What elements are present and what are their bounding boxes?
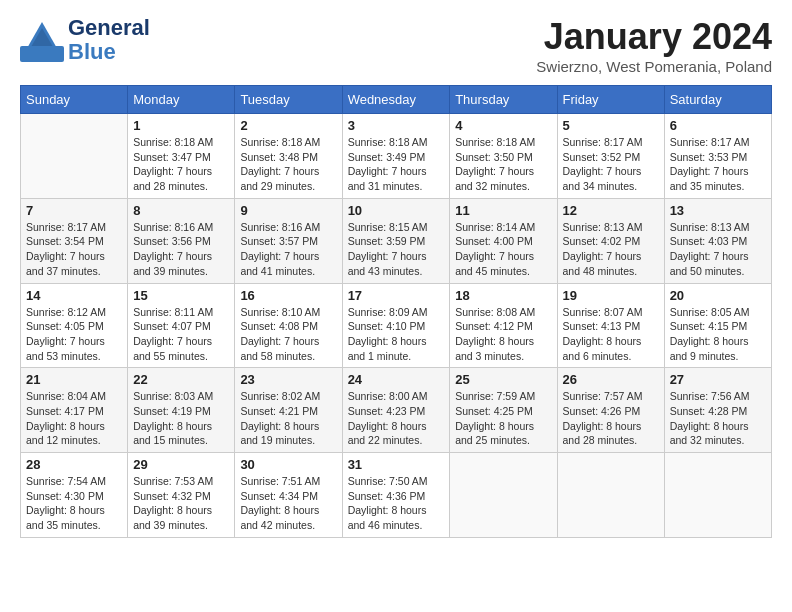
calendar-cell: 22Sunrise: 8:03 AMSunset: 4:19 PMDayligh…: [128, 368, 235, 453]
day-number: 17: [348, 288, 445, 303]
weekday-header-wednesday: Wednesday: [342, 86, 450, 114]
day-info: Sunrise: 8:02 AMSunset: 4:21 PMDaylight:…: [240, 389, 336, 448]
day-info: Sunrise: 8:07 AMSunset: 4:13 PMDaylight:…: [563, 305, 659, 364]
calendar-cell: 11Sunrise: 8:14 AMSunset: 4:00 PMDayligh…: [450, 198, 557, 283]
weekday-header-thursday: Thursday: [450, 86, 557, 114]
day-info: Sunrise: 8:13 AMSunset: 4:03 PMDaylight:…: [670, 220, 766, 279]
calendar-cell: 19Sunrise: 8:07 AMSunset: 4:13 PMDayligh…: [557, 283, 664, 368]
day-number: 7: [26, 203, 122, 218]
calendar-cell: 4Sunrise: 8:18 AMSunset: 3:50 PMDaylight…: [450, 114, 557, 199]
logo-icon: [20, 18, 64, 62]
calendar-cell: 17Sunrise: 8:09 AMSunset: 4:10 PMDayligh…: [342, 283, 450, 368]
day-number: 24: [348, 372, 445, 387]
calendar-cell: 21Sunrise: 8:04 AMSunset: 4:17 PMDayligh…: [21, 368, 128, 453]
calendar-cell: 20Sunrise: 8:05 AMSunset: 4:15 PMDayligh…: [664, 283, 771, 368]
day-info: Sunrise: 8:12 AMSunset: 4:05 PMDaylight:…: [26, 305, 122, 364]
calendar-cell: 3Sunrise: 8:18 AMSunset: 3:49 PMDaylight…: [342, 114, 450, 199]
calendar-cell: 25Sunrise: 7:59 AMSunset: 4:25 PMDayligh…: [450, 368, 557, 453]
svg-rect-2: [20, 46, 64, 62]
day-info: Sunrise: 8:15 AMSunset: 3:59 PMDaylight:…: [348, 220, 445, 279]
calendar-cell: 9Sunrise: 8:16 AMSunset: 3:57 PMDaylight…: [235, 198, 342, 283]
day-number: 20: [670, 288, 766, 303]
logo: General Blue: [20, 16, 150, 64]
day-number: 3: [348, 118, 445, 133]
weekday-header-tuesday: Tuesday: [235, 86, 342, 114]
calendar-week-5: 28Sunrise: 7:54 AMSunset: 4:30 PMDayligh…: [21, 453, 772, 538]
day-number: 12: [563, 203, 659, 218]
calendar-cell: 8Sunrise: 8:16 AMSunset: 3:56 PMDaylight…: [128, 198, 235, 283]
weekday-header-friday: Friday: [557, 86, 664, 114]
day-info: Sunrise: 8:18 AMSunset: 3:49 PMDaylight:…: [348, 135, 445, 194]
calendar-location: Swierzno, West Pomerania, Poland: [536, 58, 772, 75]
calendar-cell: 15Sunrise: 8:11 AMSunset: 4:07 PMDayligh…: [128, 283, 235, 368]
day-number: 15: [133, 288, 229, 303]
calendar-week-1: 1Sunrise: 8:18 AMSunset: 3:47 PMDaylight…: [21, 114, 772, 199]
day-info: Sunrise: 8:18 AMSunset: 3:48 PMDaylight:…: [240, 135, 336, 194]
day-info: Sunrise: 8:00 AMSunset: 4:23 PMDaylight:…: [348, 389, 445, 448]
calendar-cell: 24Sunrise: 8:00 AMSunset: 4:23 PMDayligh…: [342, 368, 450, 453]
day-info: Sunrise: 8:09 AMSunset: 4:10 PMDaylight:…: [348, 305, 445, 364]
calendar-cell: [557, 453, 664, 538]
title-block: January 2024 Swierzno, West Pomerania, P…: [536, 16, 772, 75]
day-number: 18: [455, 288, 551, 303]
weekday-header-saturday: Saturday: [664, 86, 771, 114]
day-info: Sunrise: 8:13 AMSunset: 4:02 PMDaylight:…: [563, 220, 659, 279]
day-number: 26: [563, 372, 659, 387]
calendar-cell: [664, 453, 771, 538]
calendar-cell: 23Sunrise: 8:02 AMSunset: 4:21 PMDayligh…: [235, 368, 342, 453]
calendar-cell: 14Sunrise: 8:12 AMSunset: 4:05 PMDayligh…: [21, 283, 128, 368]
day-info: Sunrise: 8:03 AMSunset: 4:19 PMDaylight:…: [133, 389, 229, 448]
day-number: 9: [240, 203, 336, 218]
calendar-cell: 29Sunrise: 7:53 AMSunset: 4:32 PMDayligh…: [128, 453, 235, 538]
logo-text-blue: Blue: [68, 40, 150, 64]
day-number: 19: [563, 288, 659, 303]
day-info: Sunrise: 8:16 AMSunset: 3:56 PMDaylight:…: [133, 220, 229, 279]
calendar-cell: [21, 114, 128, 199]
day-number: 29: [133, 457, 229, 472]
day-number: 28: [26, 457, 122, 472]
day-number: 11: [455, 203, 551, 218]
calendar-cell: 1Sunrise: 8:18 AMSunset: 3:47 PMDaylight…: [128, 114, 235, 199]
calendar-cell: 27Sunrise: 7:56 AMSunset: 4:28 PMDayligh…: [664, 368, 771, 453]
day-info: Sunrise: 8:17 AMSunset: 3:53 PMDaylight:…: [670, 135, 766, 194]
weekday-header-sunday: Sunday: [21, 86, 128, 114]
day-info: Sunrise: 8:14 AMSunset: 4:00 PMDaylight:…: [455, 220, 551, 279]
day-info: Sunrise: 8:05 AMSunset: 4:15 PMDaylight:…: [670, 305, 766, 364]
day-number: 30: [240, 457, 336, 472]
day-info: Sunrise: 8:18 AMSunset: 3:47 PMDaylight:…: [133, 135, 229, 194]
day-info: Sunrise: 7:57 AMSunset: 4:26 PMDaylight:…: [563, 389, 659, 448]
calendar-cell: 31Sunrise: 7:50 AMSunset: 4:36 PMDayligh…: [342, 453, 450, 538]
day-number: 25: [455, 372, 551, 387]
calendar-cell: 28Sunrise: 7:54 AMSunset: 4:30 PMDayligh…: [21, 453, 128, 538]
day-number: 21: [26, 372, 122, 387]
calendar-cell: 30Sunrise: 7:51 AMSunset: 4:34 PMDayligh…: [235, 453, 342, 538]
calendar-week-4: 21Sunrise: 8:04 AMSunset: 4:17 PMDayligh…: [21, 368, 772, 453]
day-number: 2: [240, 118, 336, 133]
calendar-table: SundayMondayTuesdayWednesdayThursdayFrid…: [20, 85, 772, 538]
calendar-cell: 7Sunrise: 8:17 AMSunset: 3:54 PMDaylight…: [21, 198, 128, 283]
calendar-cell: [450, 453, 557, 538]
day-info: Sunrise: 7:51 AMSunset: 4:34 PMDaylight:…: [240, 474, 336, 533]
calendar-body: 1Sunrise: 8:18 AMSunset: 3:47 PMDaylight…: [21, 114, 772, 538]
day-info: Sunrise: 7:59 AMSunset: 4:25 PMDaylight:…: [455, 389, 551, 448]
day-number: 8: [133, 203, 229, 218]
day-number: 22: [133, 372, 229, 387]
calendar-cell: 6Sunrise: 8:17 AMSunset: 3:53 PMDaylight…: [664, 114, 771, 199]
day-info: Sunrise: 7:50 AMSunset: 4:36 PMDaylight:…: [348, 474, 445, 533]
day-number: 13: [670, 203, 766, 218]
day-info: Sunrise: 8:04 AMSunset: 4:17 PMDaylight:…: [26, 389, 122, 448]
day-info: Sunrise: 8:16 AMSunset: 3:57 PMDaylight:…: [240, 220, 336, 279]
weekday-header-monday: Monday: [128, 86, 235, 114]
day-number: 6: [670, 118, 766, 133]
calendar-cell: 26Sunrise: 7:57 AMSunset: 4:26 PMDayligh…: [557, 368, 664, 453]
logo-text-general: General: [68, 16, 150, 40]
day-info: Sunrise: 8:18 AMSunset: 3:50 PMDaylight:…: [455, 135, 551, 194]
day-info: Sunrise: 8:11 AMSunset: 4:07 PMDaylight:…: [133, 305, 229, 364]
day-info: Sunrise: 8:10 AMSunset: 4:08 PMDaylight:…: [240, 305, 336, 364]
day-number: 1: [133, 118, 229, 133]
day-number: 16: [240, 288, 336, 303]
calendar-cell: 16Sunrise: 8:10 AMSunset: 4:08 PMDayligh…: [235, 283, 342, 368]
day-number: 23: [240, 372, 336, 387]
day-number: 27: [670, 372, 766, 387]
day-number: 31: [348, 457, 445, 472]
